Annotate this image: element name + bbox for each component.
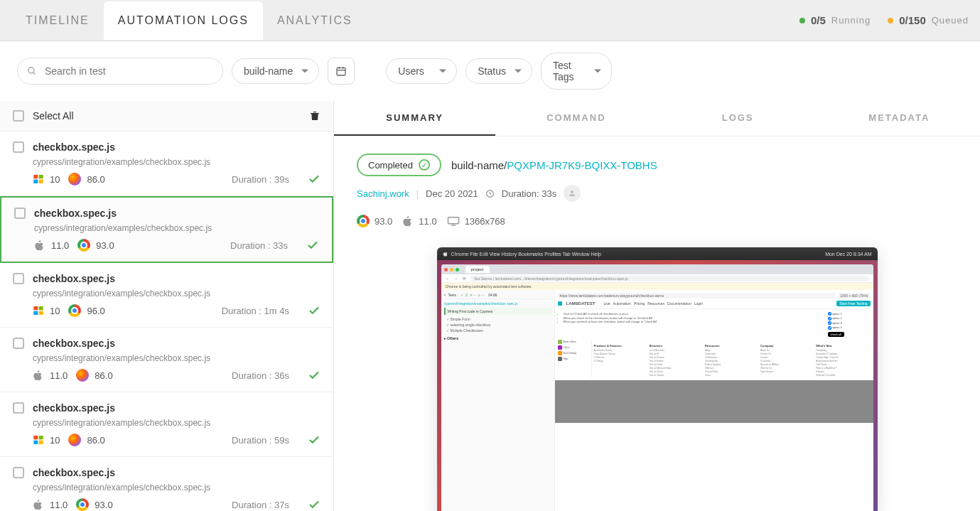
- test-item[interactable]: checkbox.spec.js cypress/integration/exa…: [0, 131, 333, 196]
- os-version: 11.0: [50, 500, 68, 510]
- svg-rect-17: [39, 441, 43, 444]
- svg-rect-14: [33, 436, 38, 439]
- test-item[interactable]: checkbox.spec.js cypress/integration/exa…: [0, 328, 333, 392]
- test-date: Dec 20 2021: [426, 188, 478, 199]
- svg-rect-6: [33, 175, 38, 178]
- users-dropdown[interactable]: Users: [386, 58, 457, 84]
- os-version: 10: [50, 174, 60, 185]
- test-name: checkbox.spec.js: [34, 208, 117, 219]
- test-name: checkbox.spec.js: [33, 402, 115, 414]
- select-all-checkbox[interactable]: [13, 110, 24, 122]
- svg-rect-20: [448, 217, 458, 224]
- filter-bar: build-name Users Status Test Tags: [0, 41, 980, 101]
- test-checkbox[interactable]: [14, 208, 26, 219]
- chrome-icon: [357, 215, 370, 227]
- close-dot-icon: [444, 268, 448, 271]
- running-dot-icon: [799, 18, 805, 23]
- test-duration: Duration : 39s: [232, 174, 289, 185]
- windows-icon: [33, 173, 44, 185]
- pass-icon: [308, 173, 321, 185]
- svg-rect-10: [33, 306, 38, 310]
- pass-icon: [308, 434, 321, 446]
- search-input[interactable]: [17, 58, 223, 85]
- svg-point-19: [571, 190, 574, 193]
- detail-panel: Summary Command Logs Metadata Completed …: [334, 101, 980, 511]
- check-circle-icon: [419, 159, 430, 171]
- build-id-link[interactable]: PQXPM-JR7K9-BQIXX-TOBHS: [507, 159, 657, 171]
- ss-cypress-panel: < Tests : ✓2 ✕ -- ⊘ -- 04.86 cypress/int…: [441, 290, 555, 511]
- right-tab-summary[interactable]: Summary: [334, 101, 495, 136]
- svg-rect-9: [39, 180, 43, 183]
- browser-version: 86.0: [87, 174, 104, 185]
- tab-timeline[interactable]: Timeline: [11, 1, 104, 40]
- apple-icon: [402, 215, 414, 227]
- test-tags-dropdown[interactable]: Test Tags: [541, 53, 612, 90]
- apple-icon: [33, 370, 44, 381]
- test-item[interactable]: checkbox.spec.js cypress/integration/exa…: [0, 392, 333, 457]
- chrome-icon: [68, 304, 81, 317]
- user-link[interactable]: Sachinj.work: [357, 188, 409, 199]
- chrome-icon: [76, 498, 89, 511]
- calendar-icon: [335, 65, 347, 77]
- calendar-button[interactable]: [328, 58, 355, 85]
- test-item[interactable]: checkbox.spec.js cypress/integration/exa…: [0, 457, 333, 511]
- avatar: [564, 185, 581, 202]
- select-all-label: Select All: [33, 110, 74, 122]
- windows-icon: [33, 305, 44, 316]
- trash-icon: [309, 109, 321, 122]
- apple-logo-icon: [443, 251, 448, 257]
- ss-macbar: Chrome File Edit View History Bookmarks …: [437, 247, 878, 260]
- test-duration: Duration : 59s: [232, 435, 289, 446]
- os-version: 10: [50, 435, 60, 446]
- right-tab-logs[interactable]: Logs: [657, 101, 819, 136]
- ss-grey-area: [555, 380, 873, 423]
- test-list-panel: Select All checkbox.spec.js cypress/inte…: [0, 101, 334, 511]
- svg-rect-15: [39, 436, 43, 439]
- test-checkbox[interactable]: [13, 273, 24, 284]
- screenshot-preview[interactable]: Chrome File Edit View History Bookmarks …: [437, 247, 878, 511]
- tab-automation-logs[interactable]: Automation Logs: [104, 1, 263, 40]
- queued-dot-icon: [888, 18, 893, 23]
- test-name: checkbox.spec.js: [33, 273, 115, 284]
- test-checkbox[interactable]: [13, 402, 24, 414]
- build-name-text: build-name/PQXPM-JR7K9-BQIXX-TOBHS: [451, 159, 657, 171]
- browser-version: 86.0: [87, 435, 104, 446]
- right-tab-metadata[interactable]: Metadata: [819, 101, 980, 136]
- test-checkbox[interactable]: [13, 338, 24, 349]
- pass-icon: [306, 239, 319, 252]
- tab-analytics[interactable]: Analytics: [263, 1, 367, 40]
- chrome-icon: [77, 239, 90, 252]
- top-tabs: Timeline Automation Logs Analytics 0/5 R…: [0, 0, 980, 41]
- build-name-dropdown[interactable]: build-name: [232, 58, 319, 84]
- firefox-icon: [68, 173, 81, 185]
- test-duration: Duration : 33s: [230, 240, 288, 251]
- browser-version: 96.0: [87, 306, 104, 316]
- test-name: checkbox.spec.js: [33, 338, 115, 349]
- browser-version: 86.0: [95, 370, 112, 381]
- status-running: 0/5 Running: [799, 14, 871, 26]
- firefox-icon: [68, 434, 81, 446]
- test-checkbox[interactable]: [13, 141, 24, 153]
- svg-rect-8: [33, 180, 38, 183]
- max-dot-icon: [456, 268, 459, 271]
- svg-rect-2: [337, 68, 345, 75]
- test-item[interactable]: checkbox.spec.js cypress/integration/exa…: [0, 196, 333, 263]
- test-duration: Duration: 33s: [502, 188, 556, 199]
- firefox-icon: [76, 369, 89, 382]
- env-line: 93.0 11.0 1366x768: [357, 215, 957, 227]
- svg-point-0: [28, 68, 34, 73]
- apple-icon: [33, 499, 44, 510]
- lambdatest-logo-icon: [558, 301, 562, 306]
- right-tab-command[interactable]: Command: [495, 101, 657, 136]
- browser-version: 93.0: [95, 500, 112, 510]
- status-dropdown[interactable]: Status: [465, 58, 532, 84]
- monitor-icon: [447, 216, 460, 226]
- test-path: cypress/integration/examples/checkbox.sp…: [33, 289, 321, 298]
- test-item[interactable]: checkbox.spec.js cypress/integration/exa…: [0, 263, 333, 328]
- test-name: checkbox.spec.js: [33, 141, 115, 153]
- test-checkbox[interactable]: [13, 467, 24, 478]
- test-path: cypress/integration/examples/checkbox.sp…: [33, 418, 321, 428]
- delete-button[interactable]: [309, 109, 321, 122]
- select-all-bar: Select All: [0, 101, 333, 131]
- test-path: cypress/integration/examples/checkbox.sp…: [34, 223, 319, 233]
